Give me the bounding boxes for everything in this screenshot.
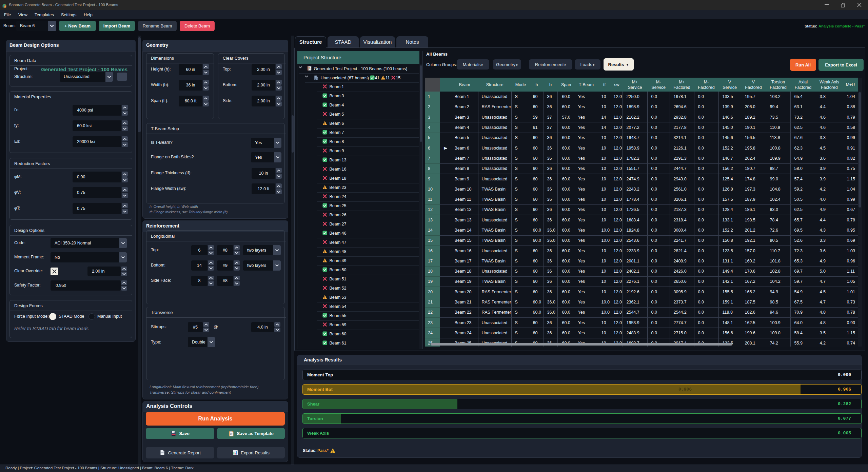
svg-text:B: B [4,5,6,8]
